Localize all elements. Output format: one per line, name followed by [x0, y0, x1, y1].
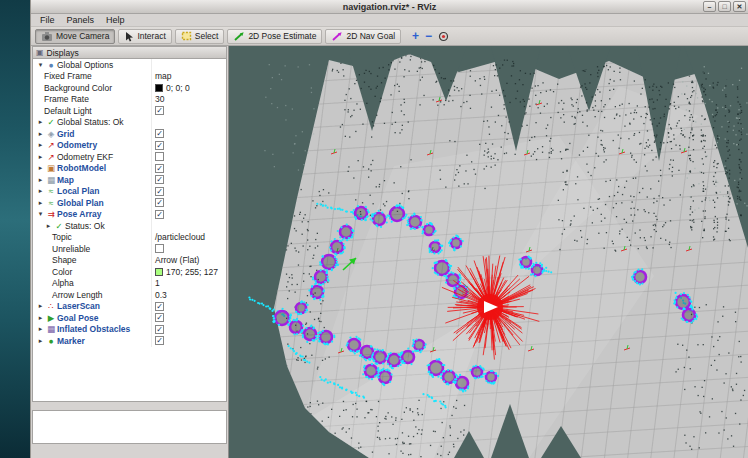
row-checkbox[interactable]: ✓ — [155, 187, 164, 196]
tree-row-fixed-frame[interactable]: Fixed Framemap — [33, 71, 226, 83]
tree-label: Marker — [57, 336, 85, 346]
titlebar[interactable]: navigation.rviz* - RViz –□✕ — [31, 0, 748, 14]
tree-row-topic[interactable]: Topic/particlecloud — [33, 232, 226, 244]
row-checkbox[interactable] — [155, 152, 164, 161]
expand-arrow-icon[interactable]: ▾ — [36, 61, 45, 69]
expand-arrow-icon[interactable]: ▸ — [36, 153, 45, 161]
row-value[interactable]: 0; 0; 0 — [166, 83, 190, 93]
tree-label: Alpha — [52, 278, 74, 288]
row-value[interactable]: map — [155, 71, 172, 81]
nav-goal-icon — [331, 31, 343, 42]
zoom-in-button[interactable]: + — [412, 31, 419, 42]
expand-arrow-icon[interactable]: ▸ — [36, 130, 45, 138]
expand-arrow-icon[interactable]: ▸ — [36, 314, 45, 322]
row-checkbox[interactable]: ✓ — [155, 106, 164, 115]
tool-label: Move Camera — [56, 31, 109, 41]
expand-arrow-icon[interactable]: ▾ — [36, 210, 45, 218]
menu-file[interactable]: File — [34, 15, 61, 25]
minimize-button[interactable]: – — [703, 1, 716, 12]
tool-interact[interactable]: Interact — [118, 29, 171, 44]
tree-row-grid[interactable]: ▸◈Grid✓ — [33, 128, 226, 140]
row-checkbox[interactable]: ✓ — [155, 198, 164, 207]
tool-move-camera[interactable]: Move Camera — [35, 29, 115, 44]
tree-label: Inflated Obstacles — [57, 324, 130, 334]
row-checkbox[interactable]: ✓ — [155, 313, 164, 322]
expand-arrow-icon[interactable]: ▸ — [36, 337, 45, 345]
expand-arrow-icon[interactable]: ▸ — [36, 164, 45, 172]
tool-2d-pose-estimate[interactable]: 2D Pose Estimate — [227, 29, 322, 44]
row-value[interactable]: 30 — [155, 94, 164, 104]
tool-label: 2D Pose Estimate — [248, 31, 316, 41]
tree-row-arrow-length[interactable]: Arrow Length0.3 — [33, 289, 226, 301]
tree-row-odometry[interactable]: ▸↗Odometry✓ — [33, 140, 226, 152]
expand-arrow-icon[interactable]: ▸ — [36, 176, 45, 184]
row-value[interactable]: 170; 255; 127 — [166, 267, 218, 277]
row-checkbox[interactable]: ✓ — [155, 325, 164, 334]
tree-row-color[interactable]: Color170; 255; 127 — [33, 266, 226, 278]
zoom-out-button[interactable]: − — [425, 31, 432, 42]
maximize-button[interactable]: □ — [718, 1, 731, 12]
tree-label: Arrow Length — [52, 290, 103, 300]
expand-arrow-icon[interactable]: ▸ — [36, 141, 45, 149]
tree-row-shape[interactable]: ShapeArrow (Flat) — [33, 255, 226, 267]
tree-row-background-color[interactable]: Background Color0; 0; 0 — [33, 82, 226, 94]
menu-help[interactable]: Help — [100, 15, 131, 25]
expand-arrow-icon[interactable]: ▸ — [36, 118, 45, 126]
tree-row-frame-rate[interactable]: Frame Rate30 — [33, 94, 226, 106]
tree-row-alpha[interactable]: Alpha1 — [33, 278, 226, 290]
panel-icon: ▣ — [36, 48, 44, 57]
tree-row-global-status-ok[interactable]: ▸✓Global Status: Ok — [33, 117, 226, 129]
tree-row-unreliable[interactable]: Unreliable — [33, 243, 226, 255]
tree-value-cell: 0.3 — [151, 289, 226, 301]
focus-target-button[interactable] — [438, 31, 449, 42]
tree-label: Local Plan — [57, 186, 100, 196]
row-value[interactable]: 1 — [155, 278, 160, 288]
expand-arrow-icon[interactable]: ▸ — [44, 222, 53, 230]
row-checkbox[interactable]: ✓ — [155, 302, 164, 311]
tree-row-pose-array[interactable]: ▾⇉Pose Array✓ — [33, 209, 226, 221]
row-checkbox[interactable] — [155, 244, 164, 253]
expand-arrow-icon[interactable]: ▸ — [36, 199, 45, 207]
row-checkbox[interactable]: ✓ — [155, 336, 164, 345]
expand-arrow-icon[interactable]: ▸ — [36, 325, 45, 333]
row-value[interactable]: Arrow (Flat) — [155, 255, 199, 265]
expand-arrow-icon[interactable]: ▸ — [36, 187, 45, 195]
move-camera-icon — [41, 31, 53, 42]
tree-row-default-light[interactable]: Default Light✓ — [33, 105, 226, 117]
tree-row-goal-pose[interactable]: ▸▶Goal Pose✓ — [33, 312, 226, 324]
tool-label: Interact — [137, 31, 165, 41]
row-checkbox[interactable]: ✓ — [155, 210, 164, 219]
path-icon: ≈ — [45, 198, 57, 208]
tree-row-global-plan[interactable]: ▸≈Global Plan✓ — [33, 197, 226, 209]
expand-arrow-icon[interactable]: ▸ — [36, 302, 45, 310]
desktop-background — [0, 0, 30, 458]
tree-value-cell: ✓ — [151, 312, 226, 324]
global-options-icon: ● — [45, 60, 57, 70]
tree-row-status-ok[interactable]: ▸✓Status: Ok — [33, 220, 226, 232]
tree-row-inflated-obstacles[interactable]: ▸▦Inflated Obstacles✓ — [33, 324, 226, 336]
render-view-3d[interactable] — [229, 46, 748, 458]
tree-label: Global Status: Ok — [57, 117, 124, 127]
color-swatch[interactable] — [155, 268, 163, 276]
tree-row-global-options[interactable]: ▾●Global Options — [33, 59, 226, 71]
row-value[interactable]: /particlecloud — [155, 232, 205, 242]
tree-label: Default Light — [44, 106, 92, 116]
tree-row-local-plan[interactable]: ▸≈Local Plan✓ — [33, 186, 226, 198]
tree-row-laserscan[interactable]: ▸∴LaserScan✓ — [33, 301, 226, 313]
tree-row-odometry-ekf[interactable]: ▸↗Odometry EKF — [33, 151, 226, 163]
row-checkbox[interactable]: ✓ — [155, 141, 164, 150]
tree-row-robotmodel[interactable]: ▸▣RobotModel✓ — [33, 163, 226, 175]
row-checkbox[interactable]: ✓ — [155, 164, 164, 173]
menu-panels[interactable]: Panels — [61, 15, 101, 25]
close-button[interactable]: ✕ — [733, 1, 746, 12]
displays-panel-header[interactable]: ▣ Displays — [32, 46, 227, 59]
tree-row-marker[interactable]: ▸●Marker✓ — [33, 335, 226, 347]
color-swatch[interactable] — [155, 84, 163, 92]
row-checkbox[interactable]: ✓ — [155, 175, 164, 184]
row-value[interactable]: 0.3 — [155, 290, 167, 300]
tool-select[interactable]: Select — [175, 29, 225, 44]
tree-row-map[interactable]: ▸▦Map✓ — [33, 174, 226, 186]
tree-value-cell — [151, 220, 226, 232]
tool-2d-nav-goal[interactable]: 2D Nav Goal — [325, 29, 401, 44]
row-checkbox[interactable]: ✓ — [155, 129, 164, 138]
